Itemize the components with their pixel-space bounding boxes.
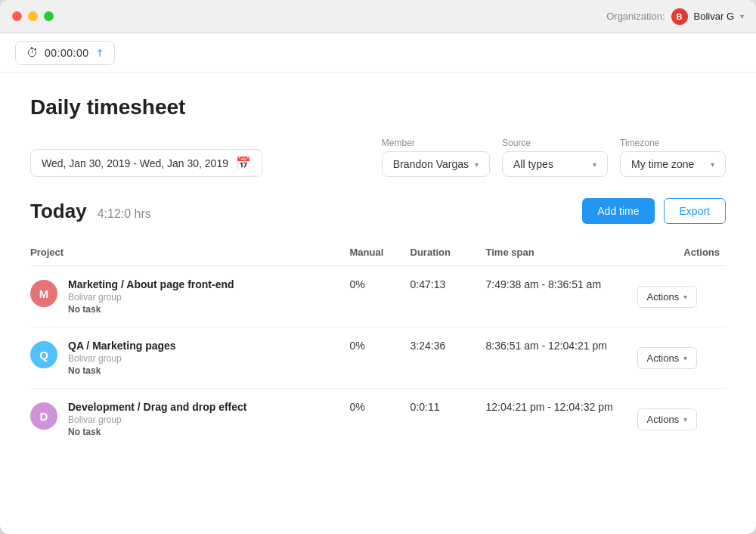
project-group-2: Bolivar group <box>68 414 246 425</box>
project-cell-1: Q QA / Marketing pages Bolivar group No … <box>30 328 350 389</box>
source-filter-label: Source <box>502 138 608 148</box>
project-avatar-2: D <box>30 402 57 430</box>
traffic-lights <box>12 11 54 21</box>
timezone-chevron-icon: ▾ <box>711 160 714 169</box>
timespan-cell-2: 12:04:21 pm - 12:04:32 pm <box>486 389 637 450</box>
calendar-icon: 📅 <box>236 156 251 170</box>
duration-cell-1: 3:24:36 <box>411 328 486 389</box>
source-filter-select[interactable]: All types ▾ <box>502 151 608 177</box>
org-label: Organization: <box>606 11 665 22</box>
main-content: Daily timesheet Wed, Jan 30, 2019 - Wed,… <box>0 73 756 534</box>
project-cell-2: D Development / Drag and drop effect Bol… <box>30 389 350 450</box>
date-picker[interactable]: Wed, Jan 30, 2019 - Wed, Jan 30, 2019 📅 <box>30 149 262 177</box>
export-button[interactable]: Export <box>664 198 726 224</box>
project-cell-0: M Marketing / About page front-end Boliv… <box>30 266 350 328</box>
maximize-button[interactable] <box>44 11 54 21</box>
timezone-filter-label: Timezone <box>620 138 726 148</box>
titlebar: Organization: B Bolivar G ▾ <box>0 0 756 33</box>
timespan-cell-0: 7:49:38 am - 8:36:51 am <box>486 266 637 328</box>
timezone-filter-select[interactable]: My time zone ▾ <box>620 151 726 177</box>
org-avatar: B <box>671 8 688 25</box>
manual-cell-2: 0% <box>350 389 411 450</box>
actions-button-0[interactable]: Actions ▾ <box>637 286 698 308</box>
org-info: Organization: B Bolivar G ▾ <box>606 8 744 25</box>
actions-cell-1: Actions ▾ <box>637 328 726 389</box>
source-filter-value: All types <box>513 158 553 170</box>
actions-caret-icon-1: ▾ <box>683 354 687 362</box>
project-group-0: Bolivar group <box>68 292 234 303</box>
today-actions: Add time Export <box>582 198 726 224</box>
source-chevron-icon: ▾ <box>593 160 596 169</box>
timezone-filter-group: Timezone My time zone ▾ <box>620 138 726 177</box>
org-name: Bolivar G <box>694 11 734 22</box>
actions-button-1[interactable]: Actions ▾ <box>637 347 698 369</box>
member-filter-value: Brandon Vargas <box>393 158 469 170</box>
project-avatar-0: M <box>30 280 57 307</box>
col-manual-header: Manual <box>350 239 411 266</box>
member-filter-select[interactable]: Brandon Vargas ▾ <box>382 151 490 177</box>
duration-cell-0: 0:47:13 <box>411 266 486 328</box>
duration-cell-2: 0:0:11 <box>411 389 486 450</box>
timezone-filter-value: My time zone <box>631 158 694 170</box>
member-filter-label: Member <box>382 138 490 148</box>
table-header-row: Project Manual Duration Time span Action… <box>30 239 726 266</box>
timer-display[interactable]: ⏱ 00:00:00 ↗ <box>15 41 115 65</box>
today-info: Today 4:12:0 hrs <box>30 200 151 223</box>
date-range-text: Wed, Jan 30, 2019 - Wed, Jan 30, 2019 <box>42 157 228 169</box>
today-bar: Today 4:12:0 hrs Add time Export <box>30 198 726 224</box>
manual-cell-0: 0% <box>350 266 411 328</box>
actions-button-2[interactable]: Actions ▾ <box>637 408 698 430</box>
app-window: Organization: B Bolivar G ▾ ⏱ 00:00:00 ↗… <box>0 0 756 534</box>
actions-cell-0: Actions ▾ <box>637 266 726 328</box>
timespan-cell-1: 8:36:51 am - 12:04:21 pm <box>486 328 637 389</box>
timer-icon: ⏱ <box>26 46 39 60</box>
project-task-2: No task <box>68 427 246 437</box>
table-row: M Marketing / About page front-end Boliv… <box>30 266 726 328</box>
project-name-2: Development / Drag and drop effect <box>68 401 246 413</box>
today-label: Today <box>30 200 87 223</box>
actions-label-1: Actions <box>647 352 680 364</box>
minimize-button[interactable] <box>28 11 38 21</box>
close-button[interactable] <box>12 11 22 21</box>
timer-bar: ⏱ 00:00:00 ↗ <box>0 33 756 73</box>
actions-label-0: Actions <box>647 291 680 303</box>
actions-label-2: Actions <box>647 414 680 425</box>
actions-cell-2: Actions ▾ <box>637 389 726 450</box>
timer-link-icon[interactable]: ↗ <box>92 45 106 59</box>
col-timespan-header: Time span <box>486 239 637 266</box>
timesheet-table: Project Manual Duration Time span Action… <box>30 239 726 449</box>
today-hours: 4:12:0 hrs <box>98 207 151 221</box>
col-duration-header: Duration <box>411 239 486 266</box>
org-chevron-icon[interactable]: ▾ <box>740 12 744 20</box>
project-task-1: No task <box>68 365 176 376</box>
project-avatar-1: Q <box>30 341 57 368</box>
member-chevron-icon: ▾ <box>475 160 479 169</box>
project-name-1: QA / Marketing pages <box>68 340 176 352</box>
member-filter-group: Member Brandon Vargas ▾ <box>382 138 490 177</box>
timer-time: 00:00:00 <box>45 47 89 59</box>
col-project-header: Project <box>30 239 350 266</box>
col-actions-header: Actions <box>637 239 726 266</box>
filters-row: Wed, Jan 30, 2019 - Wed, Jan 30, 2019 📅 … <box>30 138 726 177</box>
add-time-button[interactable]: Add time <box>582 198 654 224</box>
table-row: D Development / Drag and drop effect Bol… <box>30 389 726 450</box>
project-task-0: No task <box>68 304 234 315</box>
project-group-1: Bolivar group <box>68 353 176 364</box>
source-filter-group: Source All types ▾ <box>502 138 608 177</box>
actions-caret-icon-2: ▾ <box>683 415 687 424</box>
manual-cell-1: 0% <box>350 328 411 389</box>
actions-caret-icon-0: ▾ <box>683 293 687 301</box>
table-row: Q QA / Marketing pages Bolivar group No … <box>30 328 726 389</box>
page-title: Daily timesheet <box>30 95 726 120</box>
project-name-0: Marketing / About page front-end <box>68 278 234 290</box>
